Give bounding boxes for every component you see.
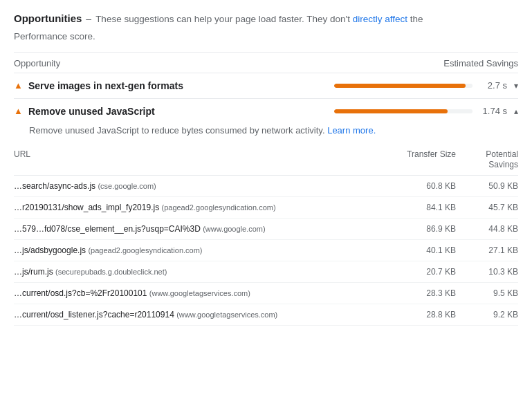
potential-savings-cell: 27.1 KB <box>456 245 518 255</box>
potential-savings-cell: 50.9 KB <box>456 181 518 191</box>
audit-left: ▲ Serve images in next-gen formats <box>14 80 334 91</box>
url-path: …current/osd_listener.js?cache=r20110914 <box>14 310 174 319</box>
url-table-row: …js/adsbygoogle.js (pagead2.googlesyndic… <box>14 240 518 261</box>
url-path: …js/rum.js <box>14 267 53 277</box>
audit-title-remove-unused-js: Remove unused JavaScript <box>28 106 155 117</box>
url-domain: (www.google.com) <box>203 225 265 233</box>
subtitle-after: the <box>410 14 423 24</box>
url-domain: (www.googletagservices.com) <box>149 289 250 297</box>
url-table-row: …579…fd078/cse_element__en.js?usqp=CAI%3… <box>14 219 518 240</box>
savings-value-serve-images: 2.7 s <box>479 80 507 91</box>
potential-savings-cell: 45.7 KB <box>456 203 518 212</box>
audit-right-js: 1.74 s ▴ <box>334 106 518 116</box>
url-domain: (www.googletagservices.com) <box>176 311 277 319</box>
table-header: Opportunity Estimated Savings <box>14 52 518 73</box>
opportunities-header: Opportunities – These suggestions can he… <box>14 11 518 44</box>
opportunities-title: Opportunities <box>14 11 82 27</box>
col-savings-label: Estimated Savings <box>443 58 518 68</box>
url-path: …current/osd.js?cb=%2Fr20100101 <box>14 288 147 298</box>
potential-savings-cell: 9.5 KB <box>456 288 518 298</box>
audit-row-remove-unused-js: ▲ Remove unused JavaScript 1.74 s ▴ Remo… <box>14 98 518 333</box>
progress-bar-serve-images <box>334 84 473 88</box>
url-cell: …current/osd.js?cb=%2Fr20100101 (www.goo… <box>14 288 394 298</box>
url-table-row: …search/async-ads.js (cse.google.com) 60… <box>14 176 518 197</box>
url-table-header: URL Transfer Size Potential Savings <box>14 145 518 176</box>
url-table-row: …current/osd.js?cb=%2Fr20100101 (www.goo… <box>14 283 518 304</box>
url-domain: (securepubads.g.doubleclick.net) <box>55 268 167 276</box>
potential-savings-cell: 44.8 KB <box>456 224 518 234</box>
transfer-size-cell: 20.7 KB <box>394 267 456 277</box>
potential-savings-cell: 10.3 KB <box>456 267 518 277</box>
perf-score-note: Performance score. <box>14 30 518 44</box>
transfer-size-cell: 84.1 KB <box>394 203 456 212</box>
url-table-row: …r20190131/show_ads_impl_fy2019.js (page… <box>14 197 518 219</box>
subtitle-before: These suggestions can help your page loa… <box>95 14 350 24</box>
url-path: …r20190131/show_ads_impl_fy2019.js <box>14 203 159 212</box>
url-path: …js/adsbygoogle.js <box>14 245 86 255</box>
transfer-size-cell: 28.3 KB <box>394 288 456 298</box>
audit-description: Remove unused JavaScript to reduce bytes… <box>14 117 518 145</box>
url-cell: …current/osd_listener.js?cache=r20110914… <box>14 310 394 319</box>
description-text: Remove unused JavaScript to reduce bytes… <box>29 125 325 136</box>
url-table-row: …js/rum.js (securepubads.g.doubleclick.n… <box>14 261 518 283</box>
header-dash: – <box>86 12 91 26</box>
url-table-row: …current/osd_listener.js?cache=r20110914… <box>14 304 518 326</box>
warning-icon: ▲ <box>14 80 23 91</box>
transfer-size-cell: 28.8 KB <box>394 310 456 319</box>
audit-row-serve-images: ▲ Serve images in next-gen formats 2.7 s… <box>14 73 518 98</box>
chevron-down-icon[interactable]: ▾ <box>514 81 518 91</box>
potential-savings-col-header: Potential Savings <box>456 149 518 171</box>
progress-bar-fill-js <box>334 109 448 113</box>
transfer-size-col-header: Transfer Size <box>394 149 456 171</box>
url-domain: (pagead2.googlesyndication.com) <box>161 203 275 212</box>
url-cell: …js/rum.js (securepubads.g.doubleclick.n… <box>14 267 394 277</box>
url-cell: …579…fd078/cse_element__en.js?usqp=CAI%3… <box>14 224 394 234</box>
potential-savings-cell: 9.2 KB <box>456 310 518 319</box>
url-cell: …search/async-ads.js (cse.google.com) <box>14 181 394 191</box>
transfer-size-cell: 86.9 KB <box>394 224 456 234</box>
chevron-up-icon[interactable]: ▴ <box>514 106 518 116</box>
url-table: URL Transfer Size Potential Savings …sea… <box>14 145 518 326</box>
audit-right: 2.7 s ▾ <box>334 80 518 91</box>
audit-title-serve-images: Serve images in next-gen formats <box>28 80 183 91</box>
url-path: …579…fd078/cse_element__en.js?usqp=CAI%3… <box>14 224 201 234</box>
directly-affect-link[interactable]: directly affect <box>353 14 407 24</box>
transfer-size-cell: 60.8 KB <box>394 181 456 191</box>
col-opportunity-label: Opportunity <box>14 58 60 68</box>
progress-bar-remove-js <box>334 109 473 113</box>
learn-more-link[interactable]: Learn more. <box>327 125 376 136</box>
opportunities-subtitle: These suggestions can help your page loa… <box>95 12 423 26</box>
progress-bar-fill <box>334 84 466 88</box>
audit-left-js: ▲ Remove unused JavaScript <box>14 106 334 117</box>
savings-value-remove-js: 1.74 s <box>479 106 507 116</box>
url-path: …search/async-ads.js <box>14 181 95 191</box>
url-cell: …js/adsbygoogle.js (pagead2.googlesyndic… <box>14 245 394 255</box>
audit-row-header-js: ▲ Remove unused JavaScript 1.74 s ▴ <box>14 106 518 117</box>
audit-row-header: ▲ Serve images in next-gen formats 2.7 s… <box>14 80 518 91</box>
warning-icon-js: ▲ <box>14 106 23 116</box>
url-col-header: URL <box>14 149 394 171</box>
url-domain: (cse.google.com) <box>98 182 156 190</box>
transfer-size-cell: 40.1 KB <box>394 245 456 255</box>
url-domain: (pagead2.googlesyndication.com) <box>88 246 202 254</box>
url-cell: …r20190131/show_ads_impl_fy2019.js (page… <box>14 203 394 212</box>
